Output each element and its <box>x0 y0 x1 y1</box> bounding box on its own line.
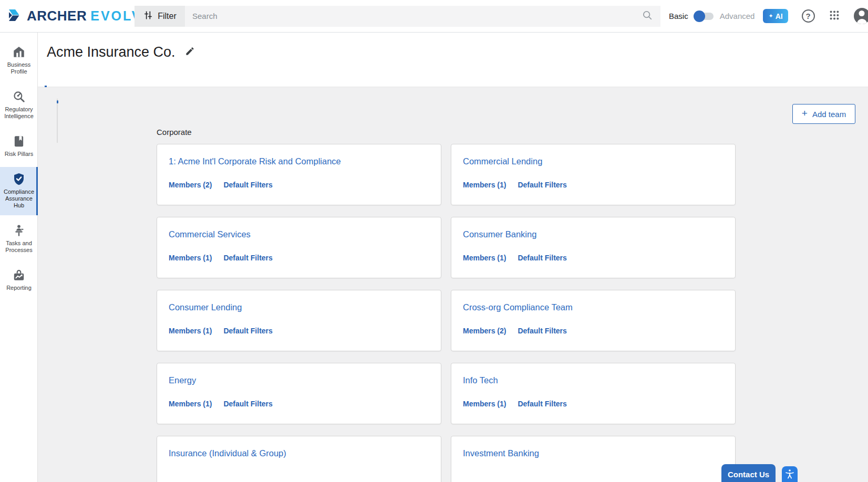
team-members-link[interactable]: Members (2) <box>169 181 212 189</box>
team-name-link[interactable]: 1: Acme Int'l Corporate Risk and Complia… <box>169 156 429 166</box>
team-default-filters-link[interactable]: Default Filters <box>223 400 272 408</box>
accessibility-button[interactable] <box>782 466 798 482</box>
sparkle-icon: ✦ <box>768 13 773 19</box>
region-nav-item[interactable] <box>58 99 154 105</box>
reporting-icon <box>12 268 26 282</box>
team-card: 1: Acme Int'l Corporate Risk and Complia… <box>157 144 441 205</box>
region-nav-item[interactable] <box>58 111 154 118</box>
compliance-assurance-hub-icon <box>12 172 26 186</box>
team-name-link[interactable]: Energy <box>169 375 429 385</box>
section-label: Corporate <box>157 128 736 137</box>
search-icon[interactable] <box>642 9 653 23</box>
team-name-link[interactable]: Investment Banking <box>463 448 724 458</box>
team-members-link[interactable]: Members (2) <box>463 327 506 335</box>
team-name-link[interactable]: Cross-org Compliance Team <box>463 302 724 312</box>
add-team-button[interactable]: + Add team <box>792 104 855 124</box>
team-card: Commercial Lending Members (1) Default F… <box>451 144 736 205</box>
sidebar-item[interactable]: Risk Pillars <box>0 129 38 164</box>
regulatory-intelligence-icon <box>12 90 26 103</box>
team-members-link[interactable]: Members (1) <box>463 181 506 189</box>
page-header: Acme Insurance Co. <box>38 33 868 87</box>
team-card: Investment Banking <box>451 436 736 482</box>
team-default-filters-link[interactable]: Default Filters <box>518 254 566 262</box>
mode-advanced-label: Advanced <box>720 12 755 20</box>
team-members-link[interactable]: Members (1) <box>169 327 212 335</box>
user-account-button[interactable] <box>854 8 868 24</box>
page-tabs <box>38 76 868 87</box>
search-bar <box>185 6 660 27</box>
help-button[interactable]: ? <box>802 9 815 23</box>
region-nav-item[interactable] <box>58 137 154 143</box>
sidebar-item[interactable]: Regulatory Intelligence <box>0 85 38 126</box>
team-card: Info Tech Members (1) Default Filters <box>451 363 736 424</box>
team-members-link[interactable]: Members (1) <box>463 400 506 408</box>
question-mark-icon: ? <box>802 9 815 23</box>
team-default-filters-link[interactable]: Default Filters <box>518 400 566 408</box>
contact-us-button[interactable]: Contact Us <box>721 464 776 482</box>
add-team-label: Add team <box>812 110 846 119</box>
sidebar-item[interactable]: Reporting <box>0 263 38 298</box>
basic-advanced-toggle[interactable] <box>695 13 714 20</box>
team-card: Energy Members (1) Default Filters <box>157 363 441 424</box>
sidebar-item[interactable]: Compliance Assurance Hub <box>0 167 38 215</box>
team-card: Commercial Services Members (1) Default … <box>157 217 441 278</box>
region-nav <box>57 99 154 143</box>
team-card: Cross-org Compliance Team Members (2) De… <box>451 290 736 351</box>
page-title: Acme Insurance Co. <box>47 44 175 60</box>
region-nav-item[interactable] <box>58 105 154 111</box>
archer-evolv-app: ARCHER EVOLV Filter Basic Advanc <box>0 0 868 482</box>
teams-content: + Add team Corporate 1: Acme Int'l Corpo… <box>38 87 868 482</box>
app-launcher-button[interactable] <box>829 9 840 23</box>
grid-dots-icon <box>829 9 840 23</box>
mode-basic-label: Basic <box>669 12 688 20</box>
ai-button[interactable]: ✦ AI <box>763 9 788 23</box>
top-bar-right: Basic Advanced ✦ AI ? <box>669 8 868 24</box>
top-bar: ARCHER EVOLV Filter Basic Advanc <box>0 0 868 33</box>
brand-chevron-icon <box>7 7 23 25</box>
team-default-filters-link[interactable]: Default Filters <box>223 254 272 262</box>
main-sidebar: Business Profile Regulatory Intelligence… <box>0 33 38 482</box>
team-name-link[interactable]: Consumer Banking <box>463 229 724 239</box>
plus-icon: + <box>802 108 808 119</box>
team-default-filters-link[interactable]: Default Filters <box>223 327 272 335</box>
filter-button[interactable]: Filter <box>135 6 185 27</box>
team-name-link[interactable]: Info Tech <box>463 375 724 385</box>
team-card: Consumer Lending Members (1) Default Fil… <box>157 290 441 351</box>
team-name-link[interactable]: Consumer Lending <box>169 302 429 312</box>
team-members-link[interactable]: Members (1) <box>463 254 506 262</box>
ai-button-label: AI <box>776 12 783 20</box>
team-members-link[interactable]: Members (1) <box>169 400 212 408</box>
team-card: Insurance (Individual & Group) <box>157 436 441 482</box>
team-default-filters-link[interactable]: Default Filters <box>518 181 566 189</box>
region-nav-item[interactable] <box>58 118 154 124</box>
team-name-link[interactable]: Commercial Services <box>169 229 429 239</box>
tasks-processes-icon <box>12 224 26 237</box>
teams-area: Corporate 1: Acme Int'l Corporate Risk a… <box>157 128 736 482</box>
team-default-filters-link[interactable]: Default Filters <box>223 181 272 189</box>
filter-button-label: Filter <box>158 12 177 21</box>
business-profile-icon <box>12 45 26 59</box>
search-input[interactable] <box>192 12 642 20</box>
avatar-icon <box>854 8 868 24</box>
sidebar-item[interactable]: Tasks and Processes <box>0 218 38 260</box>
team-name-link[interactable]: Insurance (Individual & Group) <box>169 448 429 458</box>
team-members-link[interactable]: Members (1) <box>169 254 212 262</box>
sidebar-item[interactable]: Business Profile <box>0 40 38 81</box>
team-name-link[interactable]: Commercial Lending <box>463 156 724 166</box>
accessibility-icon <box>784 468 795 481</box>
team-card: Consumer Banking Members (1) Default Fil… <box>451 217 736 278</box>
region-nav-item[interactable] <box>58 130 154 137</box>
brand-logo[interactable]: ARCHER EVOLV <box>0 7 135 25</box>
filter-sliders-icon <box>143 10 153 23</box>
brand-name-primary: ARCHER <box>27 8 87 24</box>
region-nav-item[interactable] <box>58 124 154 130</box>
edit-title-button[interactable] <box>185 46 195 58</box>
team-default-filters-link[interactable]: Default Filters <box>518 327 566 335</box>
team-cards-grid: 1: Acme Int'l Corporate Risk and Complia… <box>157 144 736 482</box>
risk-pillars-icon <box>12 134 26 148</box>
